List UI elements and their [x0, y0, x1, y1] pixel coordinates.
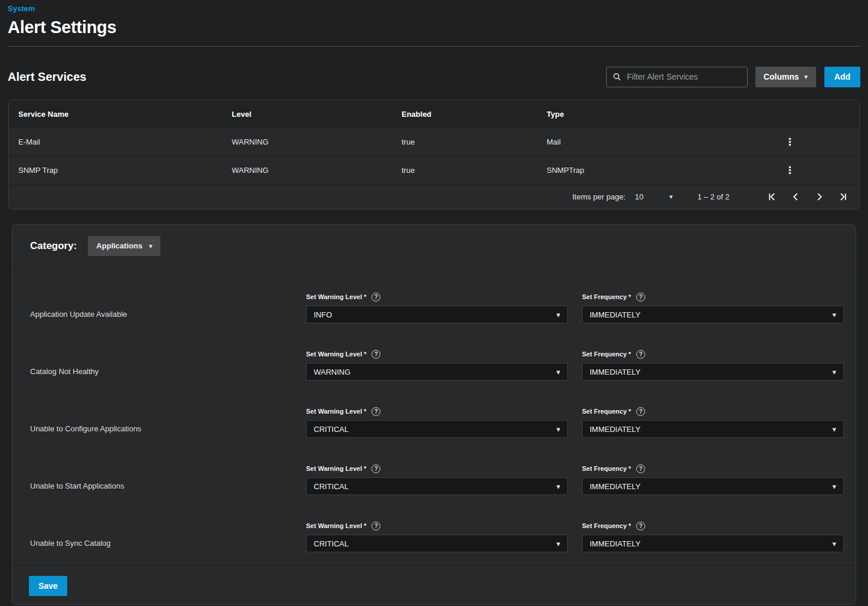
row-menu-icon[interactable]: ⋮ — [785, 136, 795, 148]
alert-services-table-body: E-Mail WARNING true Mail ⋮ SNMP Trap WAR… — [9, 127, 859, 184]
table-header-row: Service Name Level Enabled Type — [9, 100, 859, 127]
save-button[interactable]: Save — [29, 576, 67, 596]
next-page-button[interactable] — [812, 190, 826, 204]
help-icon[interactable]: ? — [636, 464, 645, 473]
chevron-down-icon: ▾ — [556, 310, 560, 319]
add-button[interactable]: Add — [824, 67, 860, 87]
service-name-cell: E-Mail — [9, 137, 222, 146]
warning-level-label: Set Warning Level * — [306, 293, 366, 300]
filter-alert-services-input[interactable] — [627, 72, 741, 81]
category-form-card: Category: Applications ▾ Application Upd… — [12, 224, 856, 605]
help-icon[interactable]: ? — [371, 350, 380, 359]
frequency-field: Set Frequency * ? IMMEDIATELY ▾ — [582, 464, 844, 495]
warning-level-field: Set Warning Level * ? INFO ▾ — [306, 293, 568, 323]
help-icon[interactable]: ? — [636, 293, 645, 302]
add-button-label: Add — [834, 72, 850, 81]
last-page-button[interactable] — [836, 190, 850, 204]
warning-level-select[interactable]: WARNING ▾ — [306, 363, 568, 381]
columns-button[interactable]: Columns ▾ — [755, 67, 816, 87]
frequency-field: Set Frequency * ? IMMEDIATELY ▾ — [582, 350, 844, 381]
category-select[interactable]: Applications ▾ — [88, 236, 160, 256]
column-header-type: Type — [537, 110, 759, 119]
chevron-left-icon — [790, 191, 801, 202]
alert-settings-page: System Alert Settings Alert Services Col… — [0, 0, 868, 606]
warning-level-field: Set Warning Level * ? CRITICAL ▾ — [306, 522, 568, 552]
alert-setting-row: Unable to Start Applications Set Warning… — [12, 464, 856, 495]
warning-level-select[interactable]: CRITICAL ▾ — [306, 477, 568, 495]
chevron-down-icon: ▾ — [832, 539, 836, 548]
frequency-value: IMMEDIATELY — [590, 368, 640, 376]
frequency-value: IMMEDIATELY — [590, 310, 640, 319]
chevron-down-icon: ▾ — [669, 194, 673, 200]
category-bar: Category: Applications ▾ — [12, 225, 856, 267]
frequency-select[interactable]: IMMEDIATELY ▾ — [582, 477, 844, 495]
frequency-label: Set Frequency * — [582, 293, 631, 300]
alert-services-header: Alert Services Columns ▾ Add — [8, 66, 860, 87]
warning-level-label: Set Warning Level * — [306, 408, 366, 415]
type-cell: Mail — [537, 137, 759, 146]
enabled-cell: true — [392, 137, 537, 146]
pagination-range: 1 – 2 of 2 — [698, 192, 729, 201]
chevron-down-icon: ▾ — [804, 73, 808, 80]
help-icon[interactable]: ? — [636, 407, 645, 416]
chevron-down-icon: ▾ — [556, 539, 560, 548]
alert-services-actions: Columns ▾ Add — [606, 67, 860, 87]
column-header-service-name: Service Name — [9, 110, 222, 119]
warning-level-value: INFO — [314, 310, 332, 319]
frequency-field: Set Frequency * ? IMMEDIATELY ▾ — [582, 522, 844, 552]
help-icon[interactable]: ? — [371, 522, 380, 530]
previous-page-button[interactable] — [788, 190, 803, 204]
alert-name-label: Application Update Available — [30, 293, 306, 323]
warning-level-select[interactable]: INFO ▾ — [306, 306, 568, 323]
help-icon[interactable]: ? — [636, 522, 645, 530]
enabled-cell: true — [392, 166, 537, 175]
chevron-down-icon: ▾ — [832, 425, 836, 434]
alert-setting-row: Catalog Not Healthy Set Warning Level * … — [12, 350, 856, 381]
alert-services-title: Alert Services — [8, 70, 86, 84]
alert-name-label: Unable to Start Applications — [30, 464, 306, 495]
warning-level-field: Set Warning Level * ? WARNING ▾ — [306, 350, 568, 381]
frequency-select[interactable]: IMMEDIATELY ▾ — [582, 306, 844, 323]
column-header-level: Level — [222, 110, 392, 119]
table-row[interactable]: SNMP Trap WARNING true SNMPTrap ⋮ — [9, 156, 859, 184]
frequency-select[interactable]: IMMEDIATELY ▾ — [582, 420, 844, 438]
columns-button-label: Columns — [764, 72, 799, 81]
page-header: System Alert Settings — [0, 0, 868, 37]
frequency-select[interactable]: IMMEDIATELY ▾ — [582, 363, 844, 381]
category-label: Category: — [30, 240, 77, 252]
frequency-label: Set Frequency * — [582, 522, 631, 529]
help-icon[interactable]: ? — [636, 350, 645, 359]
warning-level-value: CRITICAL — [314, 482, 348, 491]
warning-level-select[interactable]: CRITICAL ▾ — [306, 420, 568, 438]
table-footer: Items per page: 10 ▾ 1 – 2 of 2 — [9, 184, 859, 209]
row-menu-icon[interactable]: ⋮ — [785, 165, 795, 176]
pager — [755, 190, 850, 204]
alert-services-table: Service Name Level Enabled Type E-Mail W… — [8, 100, 860, 209]
frequency-select[interactable]: IMMEDIATELY ▾ — [582, 535, 844, 552]
chevron-right-icon — [814, 191, 825, 202]
help-icon[interactable]: ? — [371, 293, 380, 302]
frequency-label: Set Frequency * — [582, 351, 631, 358]
service-name-cell: SNMP Trap — [9, 166, 222, 175]
column-header-enabled: Enabled — [392, 110, 537, 119]
help-icon[interactable]: ? — [371, 407, 380, 416]
breadcrumb[interactable]: System — [8, 4, 35, 13]
chevron-down-icon: ▾ — [832, 310, 836, 319]
help-icon[interactable]: ? — [371, 464, 380, 473]
items-per-page-select[interactable]: 10 ▾ — [635, 192, 673, 201]
last-page-icon — [837, 191, 849, 202]
chevron-down-icon: ▾ — [832, 482, 836, 491]
warning-level-field: Set Warning Level * ? CRITICAL ▾ — [306, 407, 568, 438]
alert-name-label: Catalog Not Healthy — [30, 350, 306, 381]
table-row[interactable]: E-Mail WARNING true Mail ⋮ — [9, 127, 859, 156]
frequency-field: Set Frequency * ? IMMEDIATELY ▾ — [582, 407, 844, 438]
warning-level-label: Set Warning Level * — [306, 465, 366, 472]
chevron-down-icon: ▾ — [556, 482, 560, 491]
first-page-button[interactable] — [765, 190, 779, 204]
alert-name-label: Unable to Sync Catalog — [30, 522, 306, 552]
warning-level-value: CRITICAL — [314, 425, 348, 434]
save-bar: Save — [12, 565, 856, 604]
warning-level-select[interactable]: CRITICAL ▾ — [306, 535, 568, 552]
items-per-page-label: Items per page: — [572, 192, 625, 201]
row-actions-cell: ⋮ — [759, 136, 859, 148]
